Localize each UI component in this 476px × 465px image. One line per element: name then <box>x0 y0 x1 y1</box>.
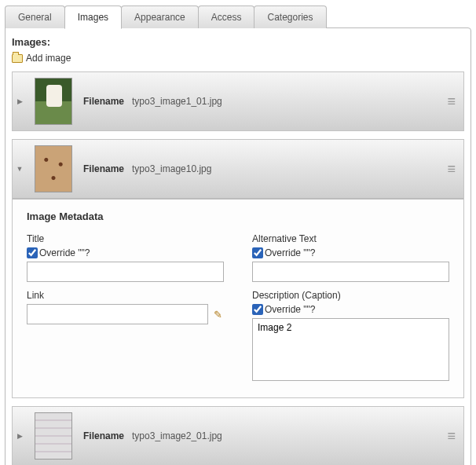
field-title: Title Override ""? <box>27 233 224 282</box>
drag-handle-icon[interactable]: ≡ <box>447 162 456 176</box>
alt-override-label: Override ""? <box>265 247 316 258</box>
filename-line: Filename typo3_image2_01.jpg <box>83 430 436 441</box>
field-link: Link ✎ <box>27 290 224 383</box>
expand-toggle[interactable]: ▶ <box>16 432 24 440</box>
tab-appearance[interactable]: Appearance <box>121 5 199 28</box>
link-input[interactable] <box>27 304 208 324</box>
tab-general[interactable]: General <box>5 5 65 28</box>
alt-label: Alternative Text <box>252 233 449 244</box>
filename-value: typo3_image10.jpg <box>132 163 211 174</box>
tab-categories[interactable]: Categories <box>254 5 326 28</box>
thumbnail <box>35 145 72 192</box>
description-override-label: Override ""? <box>265 304 316 315</box>
filename-label: Filename <box>83 430 124 441</box>
image-item: ▶ Filename typo3_image1_01.jpg ≡ <box>12 71 464 131</box>
field-alt: Alternative Text Override ""? <box>252 233 449 282</box>
link-wizard-icon[interactable]: ✎ <box>211 308 224 320</box>
image-row-header[interactable]: ▼ Filename typo3_image10.jpg ≡ <box>13 140 463 198</box>
thumbnail <box>35 78 72 125</box>
image-metadata-panel: Image Metadata Title Override ""? Altern… <box>13 198 463 397</box>
thumbnail <box>35 412 72 460</box>
field-description: Description (Caption) Override ""? <box>252 290 449 383</box>
section-label: Images: <box>12 36 464 48</box>
collapse-toggle[interactable]: ▼ <box>16 165 24 173</box>
tab-images[interactable]: Images <box>64 5 122 29</box>
title-label: Title <box>27 233 224 244</box>
filename-line: Filename typo3_image1_01.jpg <box>83 96 436 107</box>
drag-handle-icon[interactable]: ≡ <box>447 429 456 443</box>
image-item: ▶ Filename typo3_image2_01.jpg ≡ <box>12 406 464 465</box>
folder-icon <box>12 54 23 63</box>
filename-label: Filename <box>83 163 124 174</box>
title-override-checkbox[interactable] <box>27 247 38 258</box>
image-row-header[interactable]: ▶ Filename typo3_image1_01.jpg ≡ <box>13 72 463 130</box>
image-row-header[interactable]: ▶ Filename typo3_image2_01.jpg ≡ <box>13 407 463 465</box>
expand-toggle[interactable]: ▶ <box>16 97 24 105</box>
title-override-label: Override ""? <box>39 247 90 258</box>
title-override: Override ""? <box>27 247 224 258</box>
alt-override-checkbox[interactable] <box>252 247 263 258</box>
metadata-heading: Image Metadata <box>27 211 449 222</box>
drag-handle-icon[interactable]: ≡ <box>447 94 456 108</box>
tab-access[interactable]: Access <box>198 5 255 28</box>
image-item: ▼ Filename typo3_image10.jpg ≡ Image Met… <box>12 139 464 398</box>
description-override: Override ""? <box>252 304 449 315</box>
filename-value: typo3_image1_01.jpg <box>132 96 222 107</box>
add-image-label: Add image <box>26 53 71 64</box>
alt-input[interactable] <box>252 262 449 282</box>
filename-label: Filename <box>83 96 124 107</box>
description-label: Description (Caption) <box>252 290 449 301</box>
description-override-checkbox[interactable] <box>252 304 263 315</box>
title-input[interactable] <box>27 262 224 282</box>
description-textarea[interactable] <box>252 318 449 381</box>
link-label: Link <box>27 290 224 301</box>
filename-line: Filename typo3_image10.jpg <box>83 163 436 174</box>
alt-override: Override ""? <box>252 247 449 258</box>
tab-panel-images: Images: Add image ▶ Filename typo3_image… <box>5 27 471 465</box>
add-image-button[interactable]: Add image <box>12 53 464 64</box>
tabs: General Images Appearance Access Categor… <box>5 5 471 28</box>
filename-value: typo3_image2_01.jpg <box>132 430 222 441</box>
